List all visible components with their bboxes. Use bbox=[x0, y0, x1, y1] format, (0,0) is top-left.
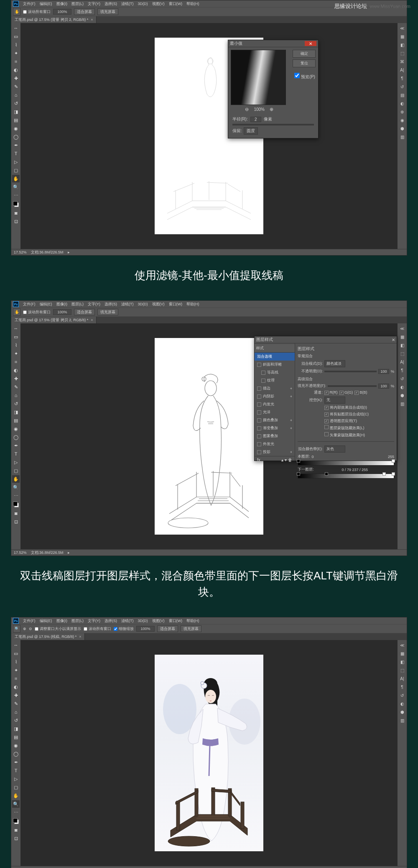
panel-icon[interactable]: ¶ bbox=[398, 74, 406, 82]
this-layer-slider[interactable] bbox=[298, 461, 394, 466]
menu-3d[interactable]: 3D(D) bbox=[138, 619, 148, 623]
fill-screen-button[interactable]: 填充屏幕 bbox=[97, 8, 118, 15]
gradient-tool-icon[interactable]: ▤ bbox=[12, 417, 20, 424]
canvas-area[interactable] bbox=[21, 640, 397, 866]
document-tab[interactable]: 工笔画.psd @ 17.5% (背景 拷贝 2, RGB/8) * × bbox=[11, 16, 97, 23]
history-brush-tool-icon[interactable]: ↺ bbox=[12, 400, 20, 407]
option-scroll-all[interactable]: 滚动所有窗口 bbox=[23, 9, 51, 15]
panel-icon[interactable]: ⊕ bbox=[398, 108, 406, 115]
blendmode-dropdown[interactable]: 颜色减淡 bbox=[324, 360, 345, 367]
menu-select[interactable]: 选择(S) bbox=[104, 1, 117, 7]
canvas-area[interactable]: 最小值 ✕ ⊖ 100% ⊕ 确定 bbox=[21, 23, 397, 249]
preview-checkbox[interactable]: 预览(P) bbox=[293, 72, 316, 80]
zoom-out-icon[interactable]: ⊖ bbox=[29, 627, 32, 631]
dodge-tool-icon[interactable]: ◯ bbox=[12, 433, 20, 441]
marquee-tool-icon[interactable]: ▭ bbox=[12, 650, 20, 657]
panel-icon[interactable]: ↺ bbox=[398, 83, 406, 90]
zoom-out-icon[interactable]: ⊖ bbox=[245, 107, 249, 112]
zoom-tool-thumb[interactable]: 🔍 bbox=[13, 625, 20, 632]
hand-tool-icon[interactable]: ✋ bbox=[12, 175, 20, 182]
close-icon[interactable]: × bbox=[79, 635, 81, 639]
ok-button[interactable]: 确定 bbox=[293, 50, 316, 58]
menu-filter[interactable]: 滤镜(T) bbox=[121, 302, 134, 307]
dodge-tool-icon[interactable]: ◯ bbox=[12, 133, 20, 141]
path-tool-icon[interactable]: ▷ bbox=[12, 158, 20, 166]
more-tool-icon[interactable]: ⋯ bbox=[12, 809, 20, 816]
menu-window[interactable]: 窗口(W) bbox=[169, 618, 183, 624]
menu-image[interactable]: 图像(I) bbox=[56, 618, 68, 624]
channel-r[interactable]: R(R) bbox=[324, 390, 338, 395]
style-stroke[interactable]: 描边+ bbox=[255, 384, 295, 392]
panel-icon[interactable]: ¶ bbox=[398, 683, 406, 691]
marquee-tool-icon[interactable]: ▭ bbox=[12, 33, 20, 40]
healing-tool-icon[interactable]: ✚ bbox=[12, 375, 20, 382]
move-tool-icon[interactable]: ↔ bbox=[12, 24, 20, 32]
option-resize[interactable]: 调整窗口大小以满屏显示 bbox=[35, 626, 81, 632]
eyedropper-tool-icon[interactable]: ◐ bbox=[12, 366, 20, 374]
cb-clipped[interactable]: 将剪贴图层混合成组(C) bbox=[324, 412, 369, 417]
quick-mask-icon[interactable]: ◙ bbox=[12, 510, 20, 517]
more-tool-icon[interactable]: ⋯ bbox=[12, 192, 20, 199]
menu-select[interactable]: 选择(S) bbox=[104, 302, 117, 307]
quick-mask-icon[interactable]: ◙ bbox=[12, 209, 20, 217]
radius-slider[interactable] bbox=[232, 124, 314, 125]
hand-tool-icon[interactable]: ✋ bbox=[12, 475, 20, 483]
move-tool-icon[interactable]: ↔ bbox=[12, 641, 20, 649]
fill-screen-button[interactable]: 填充屏幕 bbox=[97, 309, 118, 315]
blur-tool-icon[interactable]: ◉ bbox=[12, 125, 20, 132]
type-tool-icon[interactable]: T bbox=[12, 150, 20, 157]
fx-trash-icon[interactable]: 🗑 bbox=[288, 458, 292, 462]
style-texture[interactable]: 纹理 bbox=[255, 376, 295, 384]
history-brush-tool-icon[interactable]: ↺ bbox=[12, 717, 20, 724]
menu-type[interactable]: 文字(Y) bbox=[88, 618, 100, 624]
zoom-tool-icon[interactable]: 🔍 bbox=[12, 484, 20, 491]
eraser-tool-icon[interactable]: ◨ bbox=[12, 108, 20, 115]
channel-b[interactable]: B(B) bbox=[354, 390, 367, 395]
document-tab[interactable]: 工笔画.psd @ 17.5% (背景 拷贝 2, RGB/8) * × bbox=[11, 317, 97, 323]
opacity-field[interactable]: 100 bbox=[378, 369, 389, 374]
move-tool-icon[interactable]: ↔ bbox=[12, 325, 20, 332]
fit-screen-button[interactable]: 适合屏幕 bbox=[74, 309, 95, 315]
menu-view[interactable]: 视图(V) bbox=[152, 618, 165, 624]
hand-tool-thumb[interactable]: ✋ bbox=[13, 8, 20, 15]
healing-tool-icon[interactable]: ✚ bbox=[12, 691, 20, 699]
fill-field[interactable]: 100 bbox=[378, 384, 389, 389]
style-gradient-overlay[interactable]: 渐变叠加+ bbox=[255, 424, 295, 432]
type-tool-icon[interactable]: T bbox=[12, 767, 20, 774]
wand-tool-icon[interactable]: ✦ bbox=[12, 49, 20, 57]
path-tool-icon[interactable]: ▷ bbox=[12, 775, 20, 783]
option-scroll-all[interactable]: 滚动所有窗口 bbox=[23, 310, 51, 315]
panel-icon[interactable]: ◐ bbox=[398, 100, 406, 107]
cancel-button[interactable]: 复位 bbox=[293, 59, 316, 67]
history-brush-tool-icon[interactable]: ↺ bbox=[12, 100, 20, 107]
menu-3d[interactable]: 3D(D) bbox=[138, 302, 148, 306]
panel-icon[interactable]: A| bbox=[398, 66, 406, 74]
panel-icon[interactable]: ▥ bbox=[398, 717, 406, 724]
panel-icon[interactable]: ⬢ bbox=[398, 708, 406, 716]
style-bevel[interactable]: 斜面和浮雕 bbox=[255, 361, 295, 369]
style-drop-shadow[interactable]: 投影+ bbox=[255, 448, 295, 456]
panel-icon[interactable]: A| bbox=[398, 358, 406, 366]
gradient-tool-icon[interactable]: ▤ bbox=[12, 733, 20, 741]
panel-icon[interactable]: ⬚ bbox=[398, 666, 406, 674]
radius-value-field[interactable]: 2 bbox=[250, 117, 261, 122]
option-scrubby[interactable]: 细微缩放 bbox=[114, 626, 134, 632]
pen-tool-icon[interactable]: ✒ bbox=[12, 758, 20, 766]
panel-icon[interactable]: ▦ bbox=[398, 33, 406, 40]
hand-tool-icon[interactable]: ✋ bbox=[12, 792, 20, 799]
eraser-tool-icon[interactable]: ◨ bbox=[12, 408, 20, 416]
panel-icon[interactable]: ▤ bbox=[398, 91, 406, 99]
fx-up-icon[interactable]: ▴ bbox=[281, 458, 283, 462]
close-icon[interactable]: × bbox=[91, 318, 93, 322]
zoom-level-field[interactable]: 100% bbox=[136, 626, 155, 632]
menu-image[interactable]: 图像(I) bbox=[56, 1, 68, 7]
zoom-tool-icon[interactable]: 🔍 bbox=[12, 183, 20, 191]
channel-g[interactable]: G(G) bbox=[339, 390, 353, 395]
menu-file[interactable]: 文件(F) bbox=[23, 302, 36, 307]
panel-icon[interactable]: ◧ bbox=[398, 658, 406, 666]
menu-window[interactable]: 窗口(W) bbox=[169, 1, 183, 7]
zoom-in-icon[interactable]: ⊕ bbox=[23, 627, 26, 631]
wand-tool-icon[interactable]: ✦ bbox=[12, 666, 20, 674]
menu-window[interactable]: 窗口(W) bbox=[169, 302, 183, 307]
panel-collapse-icon[interactable]: ≪ bbox=[398, 641, 406, 649]
